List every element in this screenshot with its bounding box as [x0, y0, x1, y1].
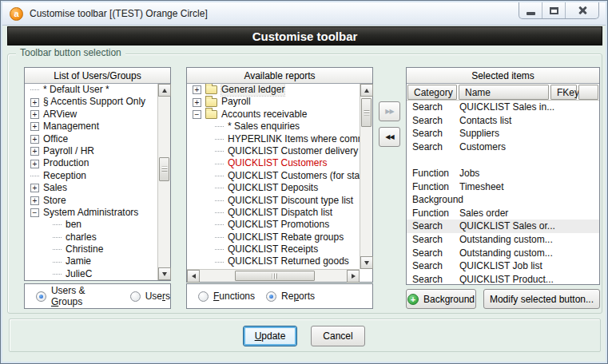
- reports-tree-item[interactable]: QUICKLIST Rebate groups: [187, 231, 360, 243]
- reports-tree-item-label: Payroll: [221, 96, 251, 108]
- close-button[interactable]: [566, 2, 598, 18]
- selected-item-row[interactable]: Background: [407, 193, 599, 207]
- reports-radio-box: FunctionsReports: [186, 283, 373, 309]
- radio-icon[interactable]: [266, 291, 276, 302]
- scrollbar-thumb[interactable]: [361, 98, 372, 127]
- column-header-fkey[interactable]: FKey: [550, 85, 577, 100]
- modify-selected-button[interactable]: Modify selected button...: [483, 289, 600, 309]
- selected-item-row[interactable]: FunctionTimesheet: [407, 180, 599, 194]
- title-bar[interactable]: a Customise toolbar [(TEST) Orange Circl…: [2, 2, 606, 26]
- collapse-icon[interactable]: −: [193, 110, 201, 119]
- update-button[interactable]: Update: [243, 326, 297, 346]
- scroll-up-button[interactable]: [360, 84, 373, 97]
- selected-item-row[interactable]: SearchContacts list: [407, 114, 599, 128]
- tree-connector: [53, 237, 62, 238]
- selected-item-row[interactable]: [407, 153, 599, 167]
- app-icon: a: [10, 7, 23, 21]
- users-tree-item[interactable]: +Store: [25, 195, 157, 207]
- users-tree-item[interactable]: ben: [25, 219, 157, 231]
- users-tree-item-label: charles: [66, 231, 97, 243]
- selected-item-row[interactable]: SearchQUICKLIST Job list: [407, 259, 599, 273]
- cancel-button[interactable]: Cancel: [311, 326, 365, 346]
- reports-tree-item[interactable]: −Accounts receivable: [187, 109, 360, 121]
- users-tree-item[interactable]: −System Administrators: [25, 207, 157, 219]
- radio-icon[interactable]: [36, 291, 46, 302]
- expand-icon[interactable]: +: [30, 184, 39, 192]
- users-tree-item[interactable]: +Management: [25, 121, 157, 133]
- reports-tree-item[interactable]: QUICKLIST Deposits: [187, 182, 360, 194]
- users-tree-item[interactable]: charles: [25, 231, 157, 243]
- selected-item-row[interactable]: SearchQUICKLIST Product...: [407, 273, 599, 284]
- background-button[interactable]: + Background: [406, 289, 476, 309]
- expand-icon[interactable]: +: [30, 160, 39, 168]
- reports-tree-item[interactable]: QUICKLIST Returned goods: [187, 255, 360, 267]
- selected-item-row[interactable]: SearchOutstanding custom...: [407, 233, 599, 247]
- users-radio-0[interactable]: Users & Groups: [36, 285, 119, 307]
- users-tree-item[interactable]: +ARView: [25, 109, 157, 121]
- users-radio-1[interactable]: Users: [130, 291, 170, 302]
- users-tree-item[interactable]: +§ Accentis Support Only: [25, 96, 157, 108]
- users-tree-item[interactable]: +Production: [25, 157, 157, 169]
- move-left-button[interactable]: ◀◀: [379, 127, 400, 147]
- minimize-button[interactable]: [519, 2, 542, 18]
- reports-tree-item[interactable]: QUICKLIST Discount type list: [187, 195, 360, 207]
- reports-tree-item[interactable]: QUICKLIST Receipts: [187, 243, 360, 255]
- expand-icon[interactable]: +: [30, 135, 39, 144]
- selected-item-row[interactable]: SearchSuppliers: [407, 127, 599, 140]
- row-name: QUICKLIST Job list: [459, 259, 599, 273]
- selected-item-row[interactable]: FunctionSales order: [407, 207, 599, 220]
- reports-tree-item[interactable]: +Payroll: [187, 96, 360, 108]
- expand-icon[interactable]: +: [30, 98, 39, 107]
- scroll-up-button[interactable]: [158, 84, 171, 97]
- expand-icon[interactable]: +: [193, 98, 201, 107]
- reports-tree-item-label: QUICKLIST Customers (for stateme: [228, 170, 360, 182]
- reports-tree-item[interactable]: * Sales enquiries: [187, 121, 360, 133]
- reports-radio-1[interactable]: Reports: [266, 291, 315, 302]
- users-tree-item[interactable]: +Office: [25, 133, 157, 145]
- users-vertical-scrollbar[interactable]: [157, 84, 170, 280]
- reports-tree-item[interactable]: QUICKLIST Dispatch list: [187, 207, 360, 219]
- expand-icon[interactable]: +: [193, 85, 201, 94]
- scrollbar-thumb[interactable]: [235, 271, 315, 281]
- reports-tree-item[interactable]: QUICKLIST Promotions: [187, 219, 360, 231]
- users-tree-item[interactable]: JulieC: [25, 268, 157, 280]
- scrollbar-thumb[interactable]: [159, 157, 169, 181]
- column-header-category[interactable]: Category: [407, 85, 457, 100]
- reports-vertical-scrollbar[interactable]: [360, 84, 372, 269]
- reports-tree-item[interactable]: QUICKLIST Customers (for stateme: [187, 170, 360, 182]
- users-tree-item[interactable]: Reception: [25, 170, 157, 182]
- users-tree-item[interactable]: * Default User *: [25, 84, 157, 96]
- reports-radio-0[interactable]: Functions: [198, 291, 255, 302]
- scroll-left-button[interactable]: [187, 270, 200, 283]
- expand-icon[interactable]: +: [30, 122, 39, 131]
- reports-tree-item[interactable]: QUICKLIST Customer delivery add: [187, 145, 360, 157]
- users-tree-item[interactable]: Christine: [25, 243, 157, 255]
- reports-tree-item[interactable]: HYPERLINK Items where committe: [187, 133, 360, 145]
- reports-tree-item-label: QUICKLIST Customers: [228, 157, 327, 169]
- scroll-down-button[interactable]: [360, 256, 373, 269]
- maximize-button[interactable]: [542, 2, 566, 18]
- reports-tree-item-label: QUICKLIST Returned goods: [228, 255, 349, 267]
- selected-item-row[interactable]: SearchQUICKLIST Sales in...: [407, 101, 599, 114]
- column-header-name[interactable]: Name: [459, 85, 549, 100]
- reports-tree-item[interactable]: +General ledger: [187, 84, 360, 96]
- selected-item-row[interactable]: SearchQUICKLIST Sales or...: [407, 220, 599, 233]
- reports-horizontal-scrollbar[interactable]: [187, 269, 360, 282]
- expand-icon[interactable]: +: [30, 147, 39, 156]
- radio-icon[interactable]: [130, 291, 141, 302]
- users-tree-item[interactable]: +Payroll / HR: [25, 145, 157, 157]
- expand-icon[interactable]: +: [30, 196, 39, 205]
- expand-icon[interactable]: +: [30, 110, 39, 119]
- row-category: Function: [407, 180, 459, 194]
- scroll-down-button[interactable]: [158, 267, 171, 280]
- selected-item-row[interactable]: SearchOutstanding custom...: [407, 247, 599, 260]
- move-right-button[interactable]: ▶▶: [379, 101, 400, 121]
- radio-icon[interactable]: [198, 291, 209, 302]
- users-tree-item[interactable]: Jamie: [25, 255, 157, 267]
- reports-tree-item[interactable]: QUICKLIST Customers: [187, 157, 360, 169]
- users-tree-item[interactable]: +Sales: [25, 182, 157, 194]
- selected-item-row[interactable]: FunctionJobs: [407, 167, 599, 180]
- scroll-right-button[interactable]: [347, 270, 360, 283]
- collapse-icon[interactable]: −: [30, 208, 39, 217]
- selected-item-row[interactable]: SearchCustomers: [407, 140, 599, 154]
